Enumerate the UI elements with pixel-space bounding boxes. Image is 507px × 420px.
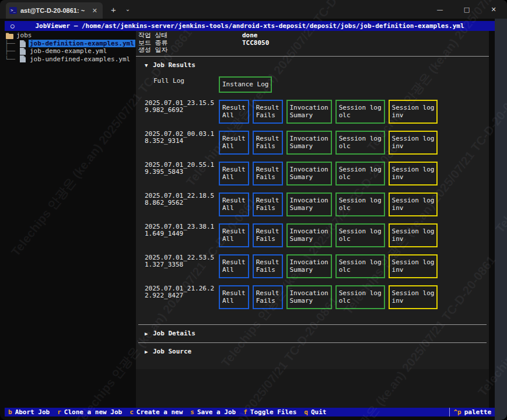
tree-file[interactable]: └──job-undefined-examples.yml xyxy=(5,55,136,63)
divider xyxy=(138,324,487,325)
result-rows: 2025.07.01_23.15.59.982_6692Result AllRe… xyxy=(136,100,489,309)
close-button[interactable]: ✕ xyxy=(480,0,507,19)
invocation-summary-button[interactable]: Invocation Sumary xyxy=(286,192,332,216)
binding-key: f xyxy=(243,408,247,416)
binding-key: c xyxy=(130,408,134,416)
info-row: 작업 상태done xyxy=(138,32,487,40)
divider xyxy=(136,56,489,57)
result-timestamp: 2025.07.01_21.26.22.922_8427 xyxy=(145,285,219,300)
tab-close-icon[interactable]: ✕ xyxy=(90,7,99,15)
timestamp-line2: 1.327_3358 xyxy=(145,261,219,269)
info-value: TCC8050 xyxy=(242,40,269,47)
session-log-inv-button[interactable]: Session log inv xyxy=(389,100,438,124)
session-log-inv-button[interactable]: Session log inv xyxy=(389,192,438,216)
result-fails-button[interactable]: Result Fails xyxy=(253,254,283,278)
result-fails-button[interactable]: Result Fails xyxy=(253,223,283,247)
tree-guide: ├── xyxy=(5,40,20,47)
footer-binding[interactable]: bAbort Job xyxy=(8,408,50,416)
session-log-inv-button[interactable]: Session log inv xyxy=(389,131,438,155)
window-controls: — □ ✕ xyxy=(426,0,507,19)
session-log-olc-button[interactable]: Session log olc xyxy=(335,162,385,186)
footer-binding[interactable]: sSave a Job xyxy=(190,408,236,416)
result-fails-button[interactable]: Result Fails xyxy=(253,131,283,155)
tab-dropdown-button[interactable]: ⌄ xyxy=(125,6,130,12)
footer-binding[interactable]: cCreate a new xyxy=(130,408,183,416)
result-fails-button[interactable]: Result Fails xyxy=(253,162,283,186)
session-log-inv-button[interactable]: Session log inv xyxy=(389,223,438,247)
result-all-button[interactable]: Result All xyxy=(219,100,249,124)
palette-binding[interactable]: ^p palette xyxy=(449,408,495,416)
footer-binding[interactable]: rClone a new Job xyxy=(57,408,122,416)
result-timestamp: 2025.07.02_00.03.18.352_9314 xyxy=(145,131,219,145)
job-info: 작업 상태done보드 종류TCC8050생성 일자 xyxy=(136,31,489,54)
session-log-olc-button[interactable]: Session log olc xyxy=(335,223,385,247)
session-log-olc-button[interactable]: Session log olc xyxy=(335,131,385,155)
invocation-summary-button[interactable]: Invocation Sumary xyxy=(286,131,332,155)
tree-file[interactable]: ├──job-demo-example.yml xyxy=(5,47,136,55)
timestamp-line2: 2.922_8427 xyxy=(145,292,219,300)
section-job-details[interactable]: ▶Job Details xyxy=(145,330,489,338)
invocation-summary-button[interactable]: Invocation Sumary xyxy=(286,285,332,309)
app-title: JobViewer — /home/ast/jenkins-server/jen… xyxy=(35,22,464,30)
result-all-button[interactable]: Result All xyxy=(219,192,249,216)
result-all-button[interactable]: Result All xyxy=(219,162,249,186)
invocation-summary-button[interactable]: Invocation Sumary xyxy=(286,100,332,124)
full-log-row: Full Log Instance Log xyxy=(153,76,489,92)
terminal-icon: >_ xyxy=(9,7,17,14)
binding-label: Create a new xyxy=(137,408,183,416)
instance-log-button[interactable]: Instance Log xyxy=(219,76,272,92)
result-row: 2025.07.01_23.15.59.982_6692Result AllRe… xyxy=(145,100,489,124)
timestamp-line2: 8.352_9314 xyxy=(145,138,219,145)
divider xyxy=(138,342,487,343)
result-buttons: Result AllResult FailsInvocation SumaryS… xyxy=(219,162,438,186)
file-name: job-undefined-examples.yml xyxy=(29,55,131,63)
invocation-summary-button[interactable]: Invocation Sumary xyxy=(286,162,332,186)
session-log-inv-button[interactable]: Session log inv xyxy=(389,285,438,309)
tree-root-jobs[interactable]: jobs xyxy=(5,32,136,40)
session-log-olc-button[interactable]: Session log olc xyxy=(335,285,385,309)
collapse-arrow-icon: ▼ xyxy=(145,62,153,69)
minimize-button[interactable]: — xyxy=(426,0,453,19)
binding-label: Toggle Files xyxy=(250,408,296,416)
session-log-olc-button[interactable]: Session log olc xyxy=(335,254,385,278)
palette-key: ^p xyxy=(453,408,461,416)
tree-file[interactable]: ├──job-definition-examples.yml xyxy=(5,40,136,47)
session-log-inv-button[interactable]: Session log inv xyxy=(389,162,438,186)
result-fails-button[interactable]: Result Fails xyxy=(253,100,283,124)
result-timestamp: 2025.07.01_20.55.19.395_5843 xyxy=(145,162,219,176)
invocation-summary-button[interactable]: Invocation Sumary xyxy=(286,254,332,278)
result-row: 2025.07.01_20.55.19.395_5843Result AllRe… xyxy=(145,162,489,186)
panel-background xyxy=(136,369,489,408)
terminal-window: >_ ast@TC-D-20-0861: ~ ✕ + ⌄ — □ ✕ ○ Job… xyxy=(0,0,507,420)
file-tree: jobs ├──job-definition-examples.yml├──jo… xyxy=(5,32,136,63)
invocation-summary-button[interactable]: Invocation Sumary xyxy=(286,223,332,247)
session-log-inv-button[interactable]: Session log inv xyxy=(389,254,438,278)
section-job-source[interactable]: ▶Job Source xyxy=(145,348,489,356)
binding-label: Abort Job xyxy=(15,408,50,416)
result-all-button[interactable]: Result All xyxy=(219,223,249,247)
result-buttons: Result AllResult FailsInvocation SumaryS… xyxy=(219,192,438,216)
main-panel: 작업 상태done보드 종류TCC8050생성 일자 ▼Job Results … xyxy=(136,31,489,369)
file-icon xyxy=(20,40,26,47)
footer-binding[interactable]: fToggle Files xyxy=(243,408,296,416)
app-menu-icon[interactable]: ○ xyxy=(11,21,15,31)
file-name: job-definition-examples.yml xyxy=(29,40,135,47)
footer-binding[interactable]: qQuit xyxy=(304,408,326,416)
terminal-tab[interactable]: >_ ast@TC-D-20-0861: ~ ✕ xyxy=(6,2,103,19)
result-buttons: Result AllResult FailsInvocation SumaryS… xyxy=(219,131,438,155)
new-tab-button[interactable]: + xyxy=(111,5,116,15)
session-log-olc-button[interactable]: Session log olc xyxy=(335,100,385,124)
info-label: 작업 상태 xyxy=(138,32,242,40)
result-fails-button[interactable]: Result Fails xyxy=(253,192,283,216)
result-fails-button[interactable]: Result Fails xyxy=(253,285,283,309)
session-log-olc-button[interactable]: Session log olc xyxy=(335,192,385,216)
file-icon xyxy=(20,48,26,55)
result-row: 2025.07.01_22.18.58.862_9562Result AllRe… xyxy=(145,192,489,216)
section-label: Job Details xyxy=(153,330,195,337)
result-timestamp: 2025.07.01_23.15.59.982_6692 xyxy=(145,100,219,114)
result-all-button[interactable]: Result All xyxy=(219,254,249,278)
section-job-results[interactable]: ▼Job Results xyxy=(145,62,489,69)
maximize-button[interactable]: □ xyxy=(453,0,480,19)
result-all-button[interactable]: Result All xyxy=(219,285,249,309)
result-all-button[interactable]: Result All xyxy=(219,131,249,155)
